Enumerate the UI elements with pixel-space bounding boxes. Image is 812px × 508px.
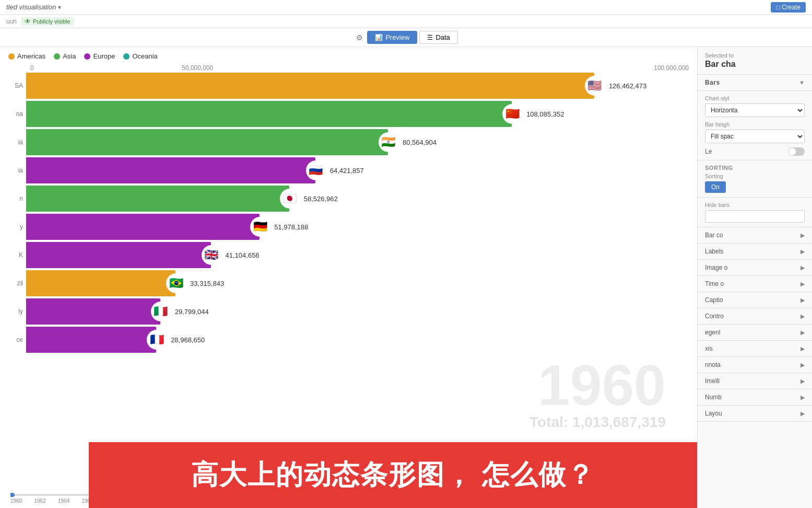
bar-fill: 🇮🇳80,564,904 bbox=[26, 129, 388, 155]
bar-row: ia🇷🇺64,421,857 bbox=[8, 157, 687, 183]
bar-wrapper: 🇯🇵58,526,962 bbox=[26, 186, 687, 212]
bar-flag: 🇨🇳 bbox=[502, 104, 522, 124]
username-label: uun bbox=[6, 18, 17, 25]
bar-height-select[interactable]: Fill spac bbox=[705, 130, 805, 143]
legend-toggle[interactable] bbox=[788, 147, 805, 156]
settings-icon-btn[interactable]: ⚙ bbox=[354, 31, 365, 44]
timeline-label: 1964 bbox=[58, 498, 69, 504]
data-icon: ☰ bbox=[427, 34, 433, 41]
bottom-sections: egenl▶xis▶nnota▶Imelli▶Numb▶Layou▶ bbox=[698, 325, 812, 422]
bar-label: ia bbox=[8, 138, 23, 146]
header-dropdown[interactable]: ▾ bbox=[58, 4, 61, 11]
bar-wrapper: 🇩🇪51,978,188 bbox=[26, 214, 687, 240]
collapsed-section-time-o[interactable]: Time o▶ bbox=[698, 276, 812, 292]
chart-style-select[interactable]: Horizonta bbox=[705, 103, 805, 117]
legend-label-text: Oceania bbox=[132, 52, 157, 60]
data-tab[interactable]: ☰ Data bbox=[419, 31, 457, 44]
bar-value: 33,315,843 bbox=[190, 280, 224, 287]
sorting-section: SORTING Sorting On bbox=[698, 160, 812, 198]
bars-area: SA🇺🇸126,462,473na🇨🇳108,085,352ia🇮🇳80,564… bbox=[0, 73, 697, 353]
panel-header: Selected to Bar cha bbox=[698, 47, 812, 75]
hide-bars-input[interactable] bbox=[705, 210, 805, 223]
bar-wrapper: 🇧🇷33,315,843 bbox=[26, 270, 687, 296]
bar-fill: 🇫🇷28,968,650 bbox=[26, 327, 156, 353]
bar-fill: 🇮🇹29,799,044 bbox=[26, 298, 160, 325]
legend-toggle-row: Le bbox=[705, 147, 805, 156]
legend-dot bbox=[84, 53, 90, 60]
red-banner: 高大上的动态条形图， 怎么做？ bbox=[89, 442, 697, 508]
bar-value: 28,968,650 bbox=[171, 336, 205, 344]
legend-label-text: Americas bbox=[17, 52, 45, 60]
bar-row: n🇯🇵58,526,962 bbox=[8, 186, 687, 212]
bar-flag: 🇬🇧 bbox=[202, 245, 221, 265]
bar-fill: 🇬🇧41,104,656 bbox=[26, 242, 211, 268]
bar-value: 64,421,857 bbox=[330, 167, 364, 175]
collapsed-section-image-o[interactable]: Image o▶ bbox=[698, 260, 812, 276]
collapsed-section-bar-co[interactable]: Bar co▶ bbox=[698, 227, 812, 244]
bar-row: y🇩🇪51,978,188 bbox=[8, 214, 687, 240]
sorting-on-button[interactable]: On bbox=[705, 181, 726, 193]
bar-fill: 🇯🇵58,526,962 bbox=[26, 186, 289, 212]
bar-row: ia🇮🇳80,564,904 bbox=[8, 129, 687, 155]
toolbar: ⚙ 📊 Preview ☰ Data bbox=[0, 28, 812, 47]
collapsed-section-labels[interactable]: Labels▶ bbox=[698, 244, 812, 260]
collapsed-section-captio[interactable]: Captio▶ bbox=[698, 292, 812, 308]
bar-wrapper: 🇫🇷28,968,650 bbox=[26, 327, 687, 353]
bars-section-content: Chart styl Horizonta Bar heigh Fill spac… bbox=[698, 91, 812, 160]
collapsed-sections: Bar co▶Labels▶Image o▶Time o▶Captio▶Cont… bbox=[698, 227, 812, 325]
legend-item-oceania: Oceania bbox=[123, 52, 157, 60]
bottom-section-layou[interactable]: Layou▶ bbox=[698, 406, 812, 422]
bar-flag: 🇮🇳 bbox=[379, 132, 398, 152]
banner-text: 高大上的动态条形图， 怎么做？ bbox=[191, 457, 594, 493]
legend-item-europe: Europe bbox=[84, 52, 115, 60]
public-badge[interactable]: 👁 Publicly visible bbox=[21, 17, 74, 26]
bars-section-header[interactable]: Bars ▼ bbox=[698, 75, 812, 91]
bar-fill: 🇧🇷33,315,843 bbox=[26, 270, 175, 296]
bar-row: zil🇧🇷33,315,843 bbox=[8, 270, 687, 296]
bar-wrapper: 🇮🇹29,799,044 bbox=[26, 298, 687, 325]
bars-section: Bars ▼ Chart styl Horizonta Bar heigh Fi… bbox=[698, 75, 812, 160]
bottom-section-nnota[interactable]: nnota▶ bbox=[698, 357, 812, 373]
app-header: tled visualisation ▾ □ Create bbox=[0, 0, 812, 15]
bar-wrapper: 🇷🇺64,421,857 bbox=[26, 157, 687, 183]
bar-row: ce🇫🇷28,968,650 bbox=[8, 327, 687, 353]
bar-label: na bbox=[8, 110, 23, 118]
bar-fill: 🇷🇺64,421,857 bbox=[26, 157, 315, 183]
year-watermark: 1960 bbox=[538, 356, 666, 414]
bar-label: n bbox=[8, 195, 23, 202]
timeline-label: 1962 bbox=[34, 498, 45, 504]
bar-height-label: Bar heigh bbox=[705, 121, 805, 128]
create-button[interactable]: □ Create bbox=[771, 2, 806, 13]
bars-section-title: Bars bbox=[705, 79, 720, 86]
bars-section-arrow: ▼ bbox=[799, 79, 805, 86]
panel-subtitle: Selected to bbox=[705, 52, 805, 59]
bottom-section-xis[interactable]: xis▶ bbox=[698, 341, 812, 357]
bar-flag: 🇫🇷 bbox=[147, 330, 167, 350]
eye-icon: 👁 bbox=[25, 18, 31, 25]
bar-flag: 🇷🇺 bbox=[306, 160, 326, 180]
app-title: tled visualisation bbox=[6, 3, 56, 11]
bar-value: 41,104,656 bbox=[226, 251, 260, 259]
bar-label: SA bbox=[8, 82, 23, 89]
bottom-section-imelli[interactable]: Imelli▶ bbox=[698, 373, 812, 389]
collapsed-section-contro[interactable]: Contro▶ bbox=[698, 308, 812, 325]
main-layout: AmericasAsiaEuropeOceania 0 50,000,000 1… bbox=[0, 47, 812, 508]
right-panel: Selected to Bar cha Bars ▼ Chart styl Ho… bbox=[697, 47, 812, 508]
x-axis: 0 50,000,000 100,000,000 bbox=[0, 62, 697, 73]
bar-flag: 🇺🇸 bbox=[585, 76, 605, 96]
bar-label: ce bbox=[8, 336, 23, 343]
chart-area: AmericasAsiaEuropeOceania 0 50,000,000 1… bbox=[0, 47, 697, 508]
bar-value: 29,799,044 bbox=[175, 308, 209, 316]
bar-value: 108,085,352 bbox=[526, 110, 564, 118]
timeline-label: 1960 bbox=[10, 498, 22, 504]
preview-tab[interactable]: 📊 Preview bbox=[367, 31, 417, 44]
bar-fill: 🇩🇪51,978,188 bbox=[26, 214, 260, 240]
bottom-section-egenl[interactable]: egenl▶ bbox=[698, 325, 812, 341]
bar-wrapper: 🇬🇧41,104,656 bbox=[26, 242, 687, 268]
legend-item-americas: Americas bbox=[8, 52, 45, 60]
bottom-section-numb[interactable]: Numb▶ bbox=[698, 389, 812, 406]
bar-wrapper: 🇨🇳108,085,352 bbox=[26, 101, 687, 127]
bar-value: 51,978,188 bbox=[274, 223, 308, 231]
legend-item-asia: Asia bbox=[54, 52, 76, 60]
preview-icon: 📊 bbox=[375, 34, 383, 41]
